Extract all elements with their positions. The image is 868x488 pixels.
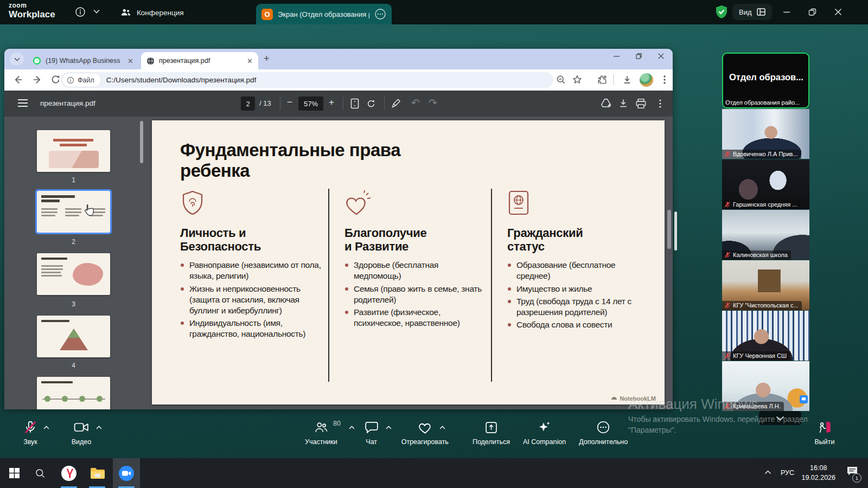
tab-conference-label: Конференция (137, 9, 184, 17)
participant-tile[interactable]: Вдовиченко Л.А Прив... (722, 109, 809, 159)
audio-button[interactable]: Звук (15, 420, 46, 446)
restore-icon[interactable] (805, 5, 819, 18)
file-chip[interactable]: Файл (62, 73, 101, 87)
tab-screen-share[interactable]: O Экран (Отдел образования рай (256, 4, 392, 24)
chevron-up-icon[interactable] (96, 426, 102, 429)
thumbnail-4[interactable] (37, 316, 110, 357)
leave-button[interactable]: Выйти (810, 420, 839, 446)
react-label: Отреагировать (401, 438, 449, 446)
zoom-in-button[interactable]: + (329, 97, 334, 108)
window-minimize-icon[interactable] (613, 53, 620, 60)
yandex-icon (61, 465, 77, 481)
participant-tile[interactable]: Гаршинская средняя ... (722, 159, 809, 209)
chevron-down-icon[interactable] (93, 9, 100, 14)
tab-conference[interactable]: Конференция (120, 4, 184, 21)
yandex-browser-button[interactable] (56, 458, 81, 488)
extensions-icon[interactable] (597, 74, 608, 85)
tab-close-icon[interactable]: ✕ (127, 57, 133, 65)
pdf-download-icon[interactable] (618, 98, 629, 109)
tab-more-icon[interactable] (374, 8, 386, 20)
pdf-favicon (146, 57, 155, 65)
participant-name-label: Калиновская школа (722, 251, 791, 260)
video-button[interactable]: Видео (66, 420, 97, 446)
print-icon[interactable] (635, 98, 647, 109)
zoom-app-button[interactable] (113, 458, 140, 488)
viewer-scrollbar[interactable] (667, 210, 671, 249)
bullet: Образование (бесплатное среднее) (507, 260, 646, 281)
chevron-up-icon[interactable] (439, 426, 445, 429)
chevron-up-icon[interactable] (43, 426, 49, 429)
page-number-input[interactable]: 2 (241, 97, 255, 111)
participant-tile-active-speaker[interactable]: Отдел образов... Отдел образования райо.… (722, 53, 809, 108)
chevron-up-icon[interactable] (386, 426, 392, 429)
back-icon[interactable] (12, 74, 24, 86)
slide-column-civil: Гражданский статус Образование (бесплатн… (507, 190, 646, 332)
thumbnail-4-number: 4 (37, 362, 110, 369)
chrome-menu-dots-icon[interactable] (660, 74, 669, 85)
forward-icon[interactable] (31, 74, 43, 86)
more-button[interactable]: Дополнительно (579, 420, 628, 446)
participant-tile[interactable]: КГУ "Чистопольская с... (722, 260, 809, 310)
shield-check-icon (715, 5, 728, 19)
windows-taskbar: РУС 16:08 19.02.2026 1 (0, 458, 868, 488)
participant-tile[interactable]: КГУ Червонная СШ (722, 311, 809, 361)
reload-icon[interactable] (50, 74, 61, 85)
new-tab-icon[interactable]: + (264, 54, 270, 63)
bullet: Развитие (физическое, психическое, нравс… (344, 307, 487, 329)
info-icon[interactable] (75, 7, 86, 17)
thumbnail-1[interactable] (37, 130, 110, 172)
react-button[interactable]: Отреагировать (401, 420, 459, 446)
mic-muted-icon (724, 352, 731, 359)
file-explorer-button[interactable] (85, 458, 110, 488)
annotate-pen-icon[interactable] (391, 98, 401, 109)
window-close-icon[interactable] (658, 53, 665, 60)
profile-avatar[interactable] (640, 73, 653, 87)
fit-page-icon[interactable] (350, 98, 359, 109)
zoom-page-icon[interactable] (556, 74, 566, 85)
pdf-filename: презентация.pdf (40, 99, 95, 107)
pdf-menu-dots-icon[interactable] (655, 98, 665, 109)
view-button[interactable]: Вид (732, 4, 772, 20)
language-indicator[interactable]: РУС (781, 469, 794, 477)
ai-companion-button[interactable]: AI Companion (523, 420, 566, 446)
omnibox[interactable]: Файл C:/Users/student/Downloads/презента… (61, 72, 553, 88)
tab-search-icon[interactable] (10, 53, 24, 66)
participants-button[interactable]: 80 Участники (305, 420, 352, 446)
participant-tile[interactable]: Калиновская школа (722, 210, 809, 260)
fingerprint-shield-icon (180, 190, 326, 216)
save-drive-icon[interactable] (600, 98, 612, 109)
tab-whatsapp[interactable]: (19) WhatsApp Business ✕ (27, 52, 139, 69)
thumbnail-5[interactable] (37, 377, 110, 409)
share-button[interactable]: Поделиться (473, 420, 510, 446)
clock[interactable]: 16:08 19.02.2026 (801, 463, 835, 483)
close-icon[interactable] (831, 5, 845, 18)
people-icon (120, 8, 131, 17)
tray-chevron-icon[interactable] (764, 470, 771, 474)
tab-close-icon[interactable]: ✕ (247, 57, 253, 65)
column-divider (491, 189, 492, 382)
chat-button[interactable]: Чат (365, 420, 388, 446)
file-chip-label: Файл (78, 76, 94, 84)
rotate-icon[interactable] (366, 98, 376, 109)
taskbar-search-button[interactable] (28, 458, 52, 488)
leave-label: Выйти (814, 438, 834, 446)
mic-muted-icon (23, 420, 37, 434)
zoom-level[interactable]: 57% (298, 97, 323, 111)
window-maximize-icon[interactable] (635, 53, 642, 60)
scrollbar-thumb[interactable] (674, 211, 677, 251)
download-icon[interactable] (622, 74, 633, 85)
pdf-toolbar: презентация.pdf 2 / 13 − 57% + ↶ (4, 91, 673, 117)
start-button[interactable] (2, 458, 26, 488)
thumbnail-2-selected[interactable] (37, 191, 110, 233)
bookmark-star-icon[interactable] (572, 74, 583, 85)
hamburger-menu-icon[interactable] (17, 98, 28, 108)
mic-muted-icon (724, 151, 731, 157)
tab-pdf-active[interactable]: презентация.pdf ✕ (141, 52, 258, 69)
thumbnail-1-number: 1 (37, 176, 110, 184)
thumbnail-3[interactable] (37, 253, 110, 295)
sidebar-scrollbar[interactable] (140, 121, 143, 163)
tab-screen-share-label: Экран (Отдел образования рай (278, 10, 369, 18)
chevron-up-icon[interactable] (349, 426, 355, 429)
zoom-out-button[interactable]: − (287, 97, 292, 108)
minimize-icon[interactable] (780, 5, 794, 18)
